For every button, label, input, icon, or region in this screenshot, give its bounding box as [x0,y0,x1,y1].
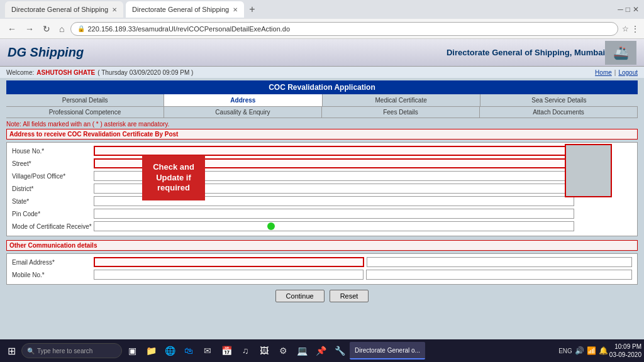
reset-button[interactable]: Reset [330,290,369,302]
email-label: Email Address* [12,259,94,266]
welcome-name: ASHUTOSH GHATE [36,69,95,76]
edge-icon[interactable]: 🌐 [161,342,179,359]
photo-placeholder [565,144,612,197]
state-label: State* [12,198,94,205]
address-form: Check and Update if required House No.* … [6,142,638,236]
page-content: ⚓MARINER'SSPACE ⚓MARINER'SSPACE ⚓MARINER… [0,39,644,362]
taskbar: ⊞ 🔍 Type here to search ▣ 📁 🌐 🛍 ✉ 📅 ♫ 🖼 … [0,339,644,362]
home-button[interactable]: ⌂ [57,23,67,35]
taskbar-active-app[interactable]: Directorate General o... [350,342,425,359]
email-input[interactable] [94,257,364,267]
refresh-button[interactable]: ↻ [40,23,53,35]
extra-icon1[interactable]: 📌 [312,342,330,359]
house-no-label: House No.* [12,148,94,155]
music-icon[interactable]: ♫ [236,342,254,359]
tab-attach-documents[interactable]: Attach Documents [480,107,638,118]
mail-icon[interactable]: ✉ [199,342,216,359]
mobile-label: Mobile No.* [12,272,94,278]
tab2-close[interactable]: ✕ [233,6,238,13]
pincode-label: Pin Code* [12,211,94,217]
photo-icon[interactable]: 🖼 [255,342,273,359]
volume-icon[interactable]: 🔊 [575,346,584,355]
address-section-header: Address to receive COC Revalidation Cert… [6,129,638,140]
taskbar-time: 10:09 PM 03-09-2020 [609,343,641,359]
tab-address[interactable]: Address [164,94,322,106]
pincode-row: Pin Code* [12,208,574,219]
settings-icon[interactable]: ⋮ [631,25,639,33]
taskbar-sys: ENG 🔊 📶 🔔 [558,346,608,355]
pincode-input[interactable] [94,209,574,219]
notification-icon[interactable]: 🔔 [599,346,608,355]
browser-tab-1[interactable]: Directorate General of Shipping ✕ [5,1,123,18]
welcome-prefix: Welcome: [6,69,34,76]
date-display: 03-09-2020 [609,351,641,359]
note-bar: Note: All fields marked with an ( * ) as… [6,121,638,128]
toolbar-icons: ☆ ⋮ [622,25,639,33]
mobile-input[interactable] [94,270,364,280]
search-icon: 🔍 [27,348,35,354]
explorer-icon[interactable]: 📁 [142,342,160,359]
address-bar[interactable]: 🔒 220.156.189.33/esamudraUI/revICOCPerso… [70,22,618,36]
tab-personal-details[interactable]: Personal Details [6,94,164,106]
tab-fees-details[interactable]: Fees Details [322,107,480,118]
house-no-input[interactable] [94,146,574,156]
tab-medical-certificate[interactable]: Medical Certificate [323,94,480,106]
browser-tab-2[interactable]: Directorate General of Shipping ✕ [126,1,244,18]
ship-icon: 🚢 [605,41,636,65]
mobile-row: Mobile No.* [12,269,632,280]
settings-taskbar-icon[interactable]: ⚙ [274,342,292,359]
app-header: DG Shipping Directorate General of Shipp… [0,39,644,67]
nav-tabs-row1: Personal Details Address Medical Certifi… [6,94,638,107]
house-no-row: House No.* [12,145,574,156]
taskbar-app-label: Directorate General o... [355,347,420,354]
store-icon[interactable]: 🛍 [180,342,197,359]
continue-button[interactable]: Continue [275,290,325,302]
taskbar-search[interactable]: 🔍 Type here to search [21,343,122,358]
minimize-icon[interactable]: ─ [618,5,623,14]
browser-titlebar: Directorate General of Shipping ✕ Direct… [0,0,644,19]
forward-button[interactable]: → [23,23,36,35]
browser-toolbar: ← → ↻ ⌂ 🔒 220.156.189.33/esamudraUI/revI… [0,19,644,39]
close-icon[interactable]: ✕ [633,5,639,14]
district-row: District* [12,183,574,194]
street-row: Street* [12,158,574,169]
nav-sep: | [614,69,616,76]
main-container: COC Revalidation Application Personal De… [0,78,644,305]
comm-section-header: Other Communication details [6,240,638,251]
back-button[interactable]: ← [5,23,19,35]
village-row: Village/Post Office* [12,170,574,182]
bookmark-icon[interactable]: ☆ [622,25,629,33]
browser-chrome: Directorate General of Shipping ✕ Direct… [0,0,644,39]
tab-sea-service[interactable]: Sea Service Details [480,94,638,106]
mode-label: Mode of Certificate Receive* [12,223,94,230]
windows-start-button[interactable]: ⊞ [3,342,20,359]
tab-causality-enquiry[interactable]: Causality & Enquiry [164,107,322,118]
welcome-date: ( Thursday 03/09/2020 09:09 PM ) [97,69,193,76]
taskbar-search-text: Type here to search [37,348,92,354]
lang-indicator: ENG [558,348,572,354]
village-label: Village/Post Office* [12,173,94,180]
home-link[interactable]: Home [595,69,612,76]
comm-form: Email Address* Mobile No.* [6,253,638,285]
cursor-dot [267,222,275,230]
new-tab-button[interactable]: + [247,4,257,15]
maximize-icon[interactable]: □ [626,5,630,14]
app-logo: DG Shipping [8,45,84,60]
page-title: COC Revalidation Application [6,80,638,94]
calendar-icon[interactable]: 📅 [218,342,235,359]
logout-link[interactable]: Logout [618,69,638,76]
district-label: District* [12,185,94,192]
mode-input[interactable] [94,221,574,231]
tab1-close[interactable]: ✕ [112,6,117,13]
tab2-label: Directorate General of Shipping [132,6,229,13]
tab-professional-competence[interactable]: Professional Competence [6,107,164,118]
buttons-row: Continue Reset [6,290,638,302]
network-icon[interactable]: 📶 [587,346,596,355]
extra-icon2[interactable]: 🔧 [331,342,348,359]
task-view-icon[interactable]: ▣ [123,342,141,359]
welcome-bar: Welcome: ASHUTOSH GHATE ( Thursday 03/09… [0,67,644,78]
state-row: State* [12,195,574,207]
check-update-overlay: Check and Update if required [142,155,205,200]
dev-icon[interactable]: 💻 [293,342,311,359]
nav-tabs-row2: Professional Competence Causality & Enqu… [6,107,638,118]
